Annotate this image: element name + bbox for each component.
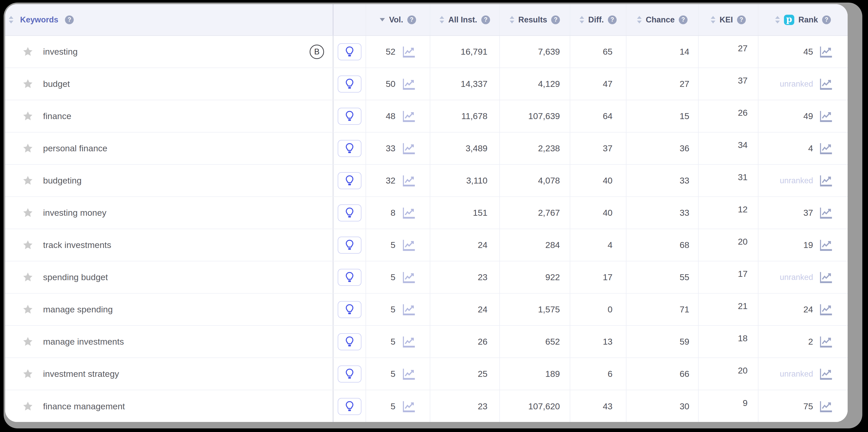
column-header-chance[interactable]: Chance ? [626, 4, 698, 35]
help-icon[interactable]: ? [822, 16, 831, 24]
favorite-star-icon[interactable] [22, 175, 33, 186]
keyword-cell[interactable]: investing money [5, 197, 333, 228]
favorite-star-icon[interactable] [22, 272, 33, 283]
keyword-ideas-button[interactable] [338, 43, 362, 60]
favorite-star-icon[interactable] [22, 368, 33, 380]
chance-value: 15 [680, 111, 689, 121]
rank-trend-chart-icon[interactable] [819, 207, 833, 219]
rank-trend-chart-icon[interactable] [819, 271, 833, 283]
keyword-ideas-button[interactable] [338, 172, 362, 189]
sort-icon[interactable] [775, 16, 780, 24]
keyword-cell[interactable]: budget [5, 68, 333, 100]
sort-icon[interactable] [439, 16, 444, 24]
sort-icon[interactable] [580, 16, 584, 24]
sort-icon[interactable] [711, 16, 715, 24]
vol-trend-chart-icon[interactable] [402, 175, 415, 187]
vol-trend-chart-icon[interactable] [402, 110, 415, 122]
rank-trend-chart-icon[interactable] [819, 46, 833, 58]
keyword-cell[interactable]: investment strategy [5, 358, 333, 390]
sort-desc-icon[interactable] [380, 18, 385, 21]
vol-trend-chart-icon[interactable] [402, 368, 415, 380]
favorite-star-icon[interactable] [22, 207, 33, 219]
vol-cell: 48 [366, 100, 430, 132]
keyword-cell[interactable]: personal finance [5, 132, 333, 164]
help-icon[interactable]: ? [679, 16, 687, 24]
keyword-ideas-button[interactable] [338, 366, 362, 382]
keyword-ideas-button[interactable] [338, 333, 362, 350]
keyword-cell[interactable]: finance [5, 100, 333, 132]
help-icon[interactable]: ? [65, 16, 74, 24]
table-row[interactable]: investing B 52 16,791 7,639 [5, 36, 848, 68]
favorite-star-icon[interactable] [22, 143, 33, 154]
column-header-all-installs[interactable]: All Inst. ? [430, 4, 499, 35]
keyword-ideas-button[interactable] [338, 205, 362, 221]
keyword-cell[interactable]: manage investments [5, 326, 333, 358]
table-row[interactable]: investment strategy 5 25 189 [5, 358, 848, 390]
vol-trend-chart-icon[interactable] [402, 271, 415, 283]
keyword-ideas-button[interactable] [338, 301, 362, 318]
favorite-star-icon[interactable] [22, 46, 33, 58]
keyword-cell[interactable]: finance management [5, 390, 333, 422]
table-row[interactable]: budget 50 14,337 4,129 [5, 68, 848, 100]
rank-trend-chart-icon[interactable] [819, 239, 833, 251]
favorite-star-icon[interactable] [22, 401, 33, 412]
help-icon[interactable]: ? [481, 16, 490, 24]
favorite-star-icon[interactable] [22, 240, 33, 251]
keyword-cell[interactable]: track investments [5, 229, 333, 261]
column-header-keywords[interactable]: Keywords ? [5, 4, 333, 35]
favorite-star-icon[interactable] [22, 304, 33, 315]
favorite-star-icon[interactable] [22, 111, 33, 122]
rank-trend-chart-icon[interactable] [819, 401, 833, 412]
column-header-rank[interactable]: p Rank ? [758, 4, 848, 35]
table-row[interactable]: budgeting 32 3,110 4,078 [5, 165, 848, 197]
sort-icon[interactable] [510, 16, 514, 24]
keyword-cell[interactable]: investing B [5, 36, 333, 67]
rank-trend-chart-icon[interactable] [819, 336, 833, 348]
keyword-ideas-button[interactable] [338, 108, 362, 125]
all-installs-cell: 14,337 [430, 68, 499, 100]
keyword-cell[interactable]: manage spending [5, 294, 333, 325]
table-row[interactable]: manage investments 5 26 652 [5, 326, 848, 358]
vol-trend-chart-icon[interactable] [402, 401, 415, 412]
column-header-vol[interactable]: Vol. ? [366, 4, 430, 35]
table-row[interactable]: manage spending 5 24 1,575 [5, 294, 848, 326]
vol-trend-chart-icon[interactable] [402, 304, 415, 315]
table-row[interactable]: personal finance 33 3,489 2,238 [5, 132, 848, 165]
keyword-ideas-button[interactable] [338, 140, 362, 157]
vol-trend-chart-icon[interactable] [402, 78, 415, 90]
column-header-difficulty[interactable]: Diff. ? [570, 4, 626, 35]
sort-icon[interactable] [9, 16, 13, 24]
help-icon[interactable]: ? [737, 16, 746, 24]
difficulty-value: 17 [603, 272, 613, 282]
favorite-star-icon[interactable] [22, 79, 33, 90]
vol-trend-chart-icon[interactable] [402, 46, 415, 58]
favorite-star-icon[interactable] [22, 336, 33, 347]
help-icon[interactable]: ? [608, 16, 617, 24]
table-row[interactable]: investing money 8 151 2,767 [5, 197, 848, 229]
table-row[interactable]: spending budget 5 23 922 [5, 261, 848, 294]
column-header-results[interactable]: Results ? [499, 4, 570, 35]
vol-trend-chart-icon[interactable] [402, 207, 415, 219]
rank-trend-chart-icon[interactable] [819, 110, 833, 122]
keyword-cell[interactable]: budgeting [5, 165, 333, 196]
help-icon[interactable]: ? [551, 16, 560, 24]
rank-trend-chart-icon[interactable] [819, 368, 833, 380]
table-row[interactable]: finance 48 11,678 107,639 [5, 100, 848, 132]
sort-icon[interactable] [637, 16, 642, 24]
help-icon[interactable]: ? [407, 16, 416, 24]
rank-trend-chart-icon[interactable] [819, 143, 833, 154]
keyword-cell[interactable]: spending budget [5, 261, 333, 293]
column-header-kei[interactable]: KEI ? [698, 4, 758, 35]
rank-trend-chart-icon[interactable] [819, 78, 833, 90]
keyword-ideas-button[interactable] [338, 398, 362, 415]
vol-trend-chart-icon[interactable] [402, 239, 415, 251]
keyword-ideas-button[interactable] [338, 75, 362, 93]
keyword-ideas-button[interactable] [338, 269, 362, 286]
table-row[interactable]: track investments 5 24 284 [5, 229, 848, 261]
keyword-ideas-button[interactable] [338, 237, 362, 254]
rank-trend-chart-icon[interactable] [819, 175, 833, 187]
table-row[interactable]: finance management 5 23 107,620 [5, 390, 848, 422]
vol-trend-chart-icon[interactable] [402, 336, 415, 348]
vol-trend-chart-icon[interactable] [402, 143, 415, 154]
rank-trend-chart-icon[interactable] [819, 304, 833, 315]
